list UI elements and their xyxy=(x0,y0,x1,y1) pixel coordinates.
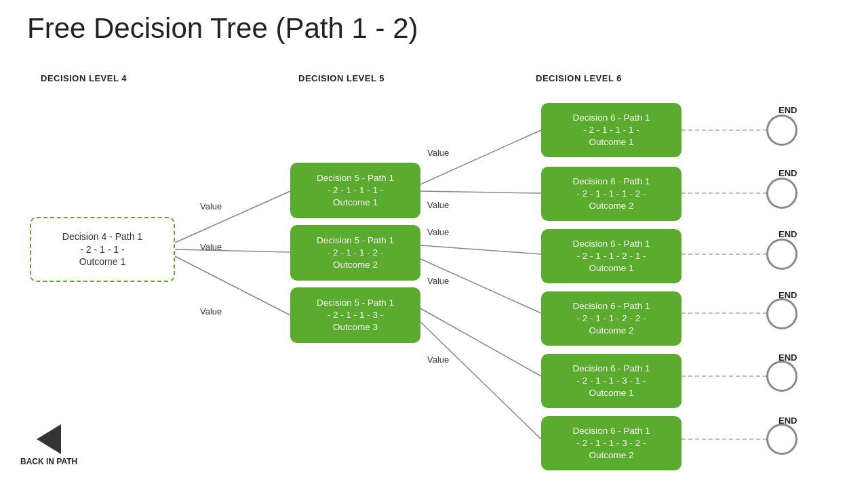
node-d5-2[interactable]: Decision 5 - Path 1- 2 - 1 - 1 - 2 -Outc… xyxy=(290,225,420,281)
back-arrow-icon xyxy=(37,424,61,454)
node-d5-1[interactable]: Decision 5 - Path 1- 2 - 1 - 1 - 1 -Outc… xyxy=(290,163,420,218)
node-d6-3[interactable]: Decision 6 - Path 1- 2 - 1 - 1 - 2 - 1 -… xyxy=(541,229,682,283)
svg-line-4 xyxy=(420,191,541,193)
end-circle-2 xyxy=(766,178,797,209)
svg-line-8 xyxy=(420,322,541,439)
value-label-3: Value xyxy=(200,306,222,317)
end-circle-3 xyxy=(766,239,797,270)
value-label-8: Value xyxy=(427,354,449,365)
node-d6-2[interactable]: Decision 6 - Path 1- 2 - 1 - 1 - 1 - 2 -… xyxy=(541,167,682,221)
page-title: Free Decision Tree (Path 1 - 2) xyxy=(27,12,418,45)
end-circle-5 xyxy=(766,361,797,392)
end-label-3: END xyxy=(778,229,797,239)
svg-line-5 xyxy=(420,245,541,254)
node-d6-1[interactable]: Decision 6 - Path 1- 2 - 1 - 1 - 1 -Outc… xyxy=(541,103,682,157)
level-header-4: DECISION LEVEL 4 xyxy=(41,73,127,83)
node-d6-4[interactable]: Decision 6 - Path 1- 2 - 1 - 1 - 2 - 2 -… xyxy=(541,291,682,346)
svg-line-6 xyxy=(420,259,541,313)
end-circle-1 xyxy=(766,115,797,146)
svg-line-1 xyxy=(175,249,290,252)
end-label-2: END xyxy=(778,168,797,178)
level-header-5: DECISION LEVEL 5 xyxy=(298,73,384,83)
end-circle-6 xyxy=(766,424,797,455)
value-label-6: Value xyxy=(427,227,449,237)
value-label-7: Value xyxy=(427,276,449,286)
svg-line-0 xyxy=(175,191,290,243)
value-label-5: Value xyxy=(427,200,449,210)
end-circle-4 xyxy=(766,298,797,329)
level-header-6: DECISION LEVEL 6 xyxy=(536,73,622,83)
end-label-1: END xyxy=(778,105,797,115)
value-label-2: Value xyxy=(200,242,222,252)
node-d6-5[interactable]: Decision 6 - Path 1- 2 - 1 - 1 - 3 - 1 -… xyxy=(541,354,682,408)
svg-line-7 xyxy=(420,308,541,376)
svg-line-2 xyxy=(175,256,290,315)
node-d5-3[interactable]: Decision 5 - Path 1- 2 - 1 - 1 - 3 -Outc… xyxy=(290,287,420,343)
value-label-4: Value xyxy=(427,148,449,158)
node-d6-6[interactable]: Decision 6 - Path 1- 2 - 1 - 1 - 3 - 2 -… xyxy=(541,416,682,470)
back-in-path-label: BACK IN PATH xyxy=(20,457,77,468)
value-label-1: Value xyxy=(200,201,222,211)
back-in-path-button[interactable]: BACK IN PATH xyxy=(20,424,77,468)
node-d4[interactable]: Decision 4 - Path 1- 2 - 1 - 1 -Outcome … xyxy=(30,217,175,282)
